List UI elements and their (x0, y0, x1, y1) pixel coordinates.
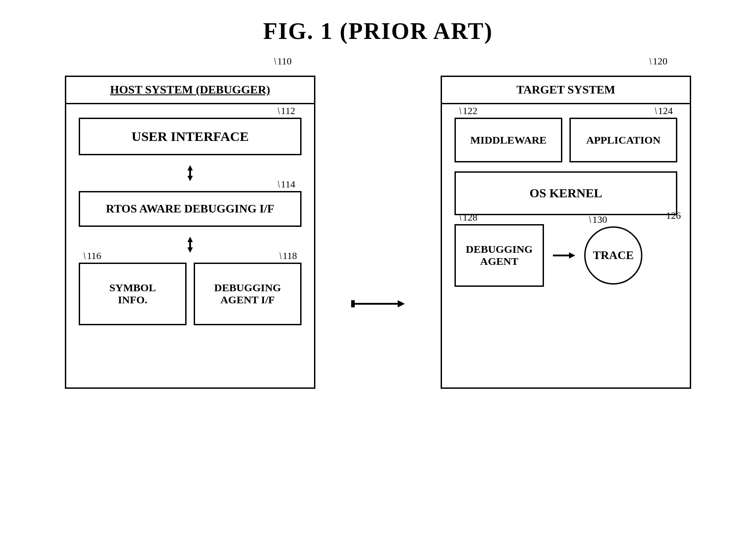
svg-rect-6 (351, 303, 400, 305)
target-top-row: /122 MIDDLEWARE /124 APPLICATION (454, 118, 677, 162)
arrow-rtos-to-bottom (79, 236, 302, 254)
debug-agent-ref-number: /128 (459, 212, 477, 223)
application-wrapper: /124 APPLICATION (569, 118, 677, 162)
symbol-ref-number: /116 (83, 250, 101, 262)
debug-agent-block: DEBUGGINGAGENT (454, 224, 544, 287)
arrow-agent-to-trace (553, 249, 575, 262)
svg-rect-9 (553, 255, 570, 256)
svg-marker-7 (398, 300, 405, 307)
arrow-ui-to-rtos (79, 164, 302, 182)
trace-wrapper: /130 TRACE (584, 226, 656, 285)
ui-ref-number: /112 (277, 105, 295, 117)
rtos-ref-number: /114 (277, 179, 295, 190)
debug-agent-if-ref-number: /118 (279, 250, 297, 262)
trace-ref-130: /130 (589, 214, 607, 225)
debug-agent-if-wrapper: /118 DEBUGGINGAGENT I/F (194, 263, 302, 325)
arrow-host-to-target (351, 295, 405, 335)
os-kernel-block: OS KERNEL (454, 171, 677, 215)
svg-marker-10 (569, 252, 575, 259)
middleware-ref-number: /122 (459, 105, 477, 117)
application-ref-number: /124 (654, 105, 673, 117)
host-ref-number: /110 (274, 55, 292, 67)
host-system-label: HOST SYSTEM (DEBUGGER) (66, 83, 314, 97)
svg-rect-4 (189, 242, 191, 247)
rtos-block-wrapper: /114 RTOS AWARE DEBUGGING I/F (79, 191, 302, 227)
trace-block: TRACE (584, 226, 642, 285)
rtos-block: RTOS AWARE DEBUGGING I/F (79, 191, 302, 227)
symbol-block-wrapper: /116 SYMBOLINFO. (79, 263, 187, 325)
os-kernel-ref-number: 126 (666, 210, 681, 221)
svg-marker-0 (187, 165, 193, 170)
svg-marker-3 (187, 237, 193, 242)
svg-marker-2 (187, 176, 193, 181)
debug-agent-wrapper: /128 DEBUGGINGAGENT (454, 224, 544, 287)
os-kernel-wrapper: OS KERNEL (454, 171, 677, 215)
symbol-info-block: SYMBOLINFO. (79, 263, 187, 325)
ui-block: USER INTERFACE (79, 118, 302, 155)
target-ref-number: /120 (649, 55, 667, 67)
target-bottom-section: 126 /128 DEBUGGINGAGENT (454, 224, 677, 287)
application-block: APPLICATION (569, 118, 677, 162)
middleware-wrapper: /122 MIDDLEWARE (454, 118, 562, 162)
debug-agent-if-block: DEBUGGINGAGENT I/F (194, 263, 302, 325)
svg-marker-5 (187, 247, 193, 253)
target-system-label: TARGET SYSTEM (442, 83, 690, 97)
svg-rect-8 (351, 300, 355, 307)
ui-block-wrapper: /112 USER INTERFACE (79, 118, 302, 155)
host-system-box: /110 HOST SYSTEM (DEBUGGER) /112 USER IN… (65, 76, 315, 389)
page-title: FIG. 1 (PRIOR ART) (0, 0, 756, 44)
svg-rect-1 (189, 170, 191, 176)
host-bottom-row: /116 SYMBOLINFO. /118 DEBUGGINGAGENT I/F (79, 263, 302, 325)
target-system-box: /120 TARGET SYSTEM /122 MIDDLEWARE /124 … (441, 76, 691, 389)
middleware-block: MIDDLEWARE (454, 118, 562, 162)
